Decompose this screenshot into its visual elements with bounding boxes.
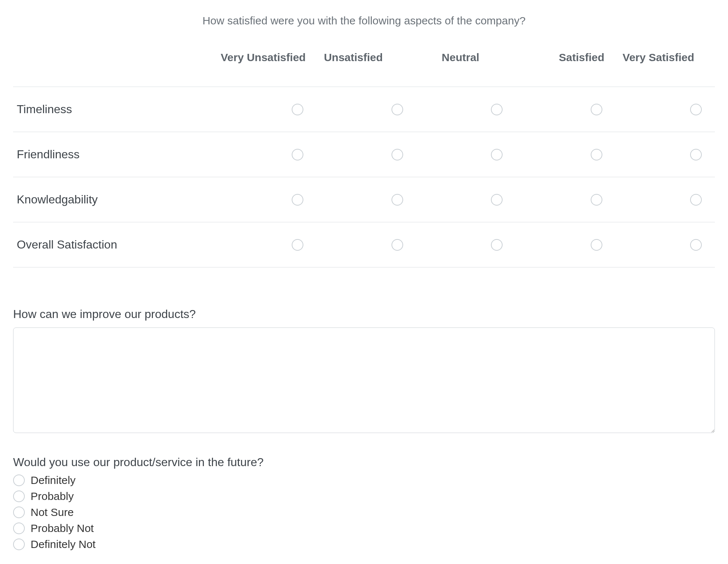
matrix-row: Friendliness — [13, 132, 715, 177]
col-header-satisfied: Satisfied — [516, 49, 615, 87]
future-option-radio[interactable] — [13, 539, 25, 550]
matrix-row-label: Knowledgability — [13, 177, 217, 222]
matrix-row: Timeliness — [13, 87, 715, 132]
future-option-radio[interactable] — [13, 523, 25, 534]
future-option-label: Definitely Not — [31, 537, 95, 552]
matrix-radio[interactable] — [591, 239, 602, 251]
matrix-cell — [516, 222, 615, 267]
future-options-list: DefinitelyProbablyNot SureProbably NotDe… — [13, 473, 715, 552]
satisfaction-matrix: Very Unsatisfied Unsatisfied Neutral Sat… — [13, 49, 715, 267]
matrix-cell — [217, 177, 316, 222]
matrix-cell — [416, 222, 516, 267]
future-option: Not Sure — [13, 505, 715, 520]
matrix-cell — [217, 87, 316, 132]
matrix-radio[interactable] — [690, 149, 702, 160]
matrix-radio[interactable] — [591, 104, 602, 115]
open-question-text: How can we improve our products? — [13, 307, 715, 321]
matrix-cell — [316, 222, 416, 267]
matrix-cell — [416, 87, 516, 132]
matrix-cell — [516, 177, 615, 222]
matrix-radio[interactable] — [491, 149, 503, 160]
matrix-radio[interactable] — [690, 194, 702, 206]
matrix-radio[interactable] — [690, 239, 702, 251]
matrix-radio[interactable] — [292, 149, 303, 160]
future-option: Definitely — [13, 473, 715, 488]
col-header-unsatisfied: Unsatisfied — [316, 49, 416, 87]
matrix-row-label: Overall Satisfaction — [13, 222, 217, 267]
matrix-cell — [416, 132, 516, 177]
matrix-corner-blank — [13, 49, 217, 87]
future-option-label: Definitely — [31, 473, 75, 488]
future-option-radio[interactable] — [13, 474, 25, 486]
future-option-label: Not Sure — [31, 505, 74, 520]
future-question-block: Would you use our product/service in the… — [13, 456, 715, 552]
matrix-cell — [516, 132, 615, 177]
matrix-radio[interactable] — [391, 149, 403, 160]
matrix-row-label: Friendliness — [13, 132, 217, 177]
future-option-radio[interactable] — [13, 490, 25, 502]
matrix-cell — [217, 132, 316, 177]
matrix-cell — [316, 87, 416, 132]
future-option: Probably Not — [13, 521, 715, 536]
matrix-cell — [217, 222, 316, 267]
matrix-radio[interactable] — [391, 104, 403, 115]
matrix-radio[interactable] — [690, 104, 702, 115]
matrix-cell — [615, 87, 715, 132]
matrix-radio[interactable] — [391, 239, 403, 251]
matrix-cell — [516, 87, 615, 132]
future-option-radio[interactable] — [13, 507, 25, 518]
matrix-radio[interactable] — [591, 194, 602, 206]
matrix-radio[interactable] — [591, 149, 602, 160]
matrix-radio[interactable] — [491, 194, 503, 206]
matrix-radio[interactable] — [491, 239, 503, 251]
future-option: Probably — [13, 489, 715, 504]
matrix-question-text: How satisfied were you with the followin… — [13, 15, 715, 27]
future-option-label: Probably Not — [31, 521, 94, 536]
matrix-cell — [615, 222, 715, 267]
matrix-row-label: Timeliness — [13, 87, 217, 132]
col-header-very-unsatisfied: Very Unsatisfied — [217, 49, 316, 87]
matrix-radio[interactable] — [292, 104, 303, 115]
future-option: Definitely Not — [13, 537, 715, 552]
matrix-cell — [615, 132, 715, 177]
matrix-cell — [615, 177, 715, 222]
matrix-row: Overall Satisfaction — [13, 222, 715, 267]
col-header-neutral: Neutral — [416, 49, 516, 87]
matrix-cell — [316, 132, 416, 177]
open-question-block: How can we improve our products? — [13, 307, 715, 434]
matrix-cell — [316, 177, 416, 222]
matrix-row: Knowledgability — [13, 177, 715, 222]
matrix-radio[interactable] — [391, 194, 403, 206]
matrix-header-row: Very Unsatisfied Unsatisfied Neutral Sat… — [13, 49, 715, 87]
future-option-label: Probably — [31, 489, 74, 504]
matrix-radio[interactable] — [292, 239, 303, 251]
survey-page: How satisfied were you with the followin… — [0, 0, 728, 564]
matrix-cell — [416, 177, 516, 222]
matrix-radio[interactable] — [292, 194, 303, 206]
improve-products-textarea[interactable] — [13, 327, 715, 433]
matrix-radio[interactable] — [491, 104, 503, 115]
col-header-very-satisfied: Very Satisfied — [615, 49, 715, 87]
future-question-text: Would you use our product/service in the… — [13, 456, 715, 469]
